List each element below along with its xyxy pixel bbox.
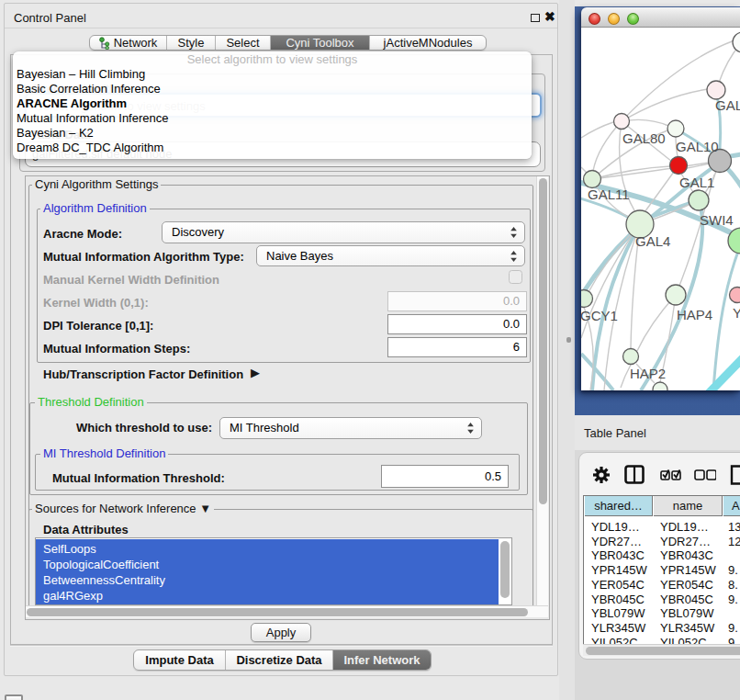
- graph-node[interactable]: [667, 120, 684, 137]
- graph-edge: [622, 89, 708, 121]
- table-header-1[interactable]: shared…: [585, 496, 653, 516]
- vertical-scrollbar-thumb[interactable]: [539, 178, 547, 504]
- split-pane-handle[interactable]: [566, 337, 571, 343]
- mi-steps-field[interactable]: 6: [387, 337, 527, 357]
- float-panel-icon[interactable]: [531, 14, 540, 22]
- mi-threshold-field[interactable]: 0.5: [381, 465, 509, 488]
- which-threshold-combo-value: MI Threshold: [230, 418, 299, 438]
- table-row[interactable]: YDL19…YDL19…13: [584, 520, 740, 535]
- table-cell: YPR145W: [591, 563, 647, 578]
- graph-node-label: SWI4: [700, 212, 734, 228]
- tab-label: Impute Data: [145, 653, 213, 667]
- list-scrollbar-thumb[interactable]: [500, 541, 510, 598]
- vertical-scrollbar[interactable]: [536, 176, 548, 605]
- combo-arrows-icon: [510, 226, 518, 239]
- minimize-window-icon[interactable]: [608, 13, 620, 25]
- graph-node[interactable]: [614, 114, 630, 130]
- table-cell: YBR045C: [591, 593, 645, 607]
- tab-jactivemnodules[interactable]: jActiveMNodules: [370, 36, 486, 50]
- network-window-titlebar[interactable]: [581, 7, 740, 28]
- graph-node[interactable]: [623, 349, 639, 365]
- table-row[interactable]: YBR043CYBR043C: [584, 548, 740, 563]
- hub-expand-icon[interactable]: ▶: [251, 366, 260, 379]
- tab-label: Network: [114, 36, 158, 50]
- tab-style[interactable]: Style: [167, 36, 216, 50]
- network-icon: [99, 37, 110, 50]
- mi-algorithm-type-combo[interactable]: Naive Bayes: [256, 245, 525, 266]
- kernel-width-field[interactable]: 0.0: [387, 291, 527, 311]
- minimized-panel-icon[interactable]: [5, 694, 23, 700]
- kernel-width-label: Kernel Width (0,1):: [43, 296, 149, 310]
- graph-node[interactable]: [730, 288, 740, 303]
- tab-impute-data[interactable]: Impute Data: [134, 650, 226, 670]
- tab-cyni-toolbox[interactable]: Cyni Toolbox: [271, 36, 370, 50]
- cyni-algorithm-settings-title: Cyni Algorithm Settings: [32, 178, 161, 191]
- graph-node[interactable]: [670, 157, 688, 175]
- apply-button[interactable]: Apply: [251, 623, 311, 642]
- file-icon[interactable]: [730, 464, 740, 486]
- close-panel-icon[interactable]: ✖: [544, 9, 555, 24]
- graph-node[interactable]: [707, 81, 725, 99]
- graph-node[interactable]: [581, 290, 593, 308]
- table-horizontal-scrollbar-thumb[interactable]: [586, 647, 740, 655]
- control-panel-title: Control Panel: [14, 11, 86, 25]
- table-cell: YLR345W: [591, 621, 645, 636]
- tab-label: jActiveMNodules: [384, 36, 473, 50]
- aracne-mode-combo[interactable]: Discovery: [162, 221, 525, 243]
- graph-node-label: Y: [733, 305, 740, 321]
- popup-item[interactable]: Bayesian – Hill Climbing: [13, 67, 532, 82]
- popup-item[interactable]: Dream8 DC_TDC Algorithm: [13, 141, 532, 155]
- table-cell: YLR345W: [660, 621, 714, 636]
- tab-panel-bottom-edge: [10, 645, 553, 647]
- table-row[interactable]: YER054CYER054C8.: [584, 578, 740, 593]
- table-horizontal-scrollbar[interactable]: [583, 644, 740, 656]
- checked-checkboxes-icon[interactable]: [660, 469, 682, 480]
- table-header-3[interactable]: A: [723, 496, 740, 516]
- horizontal-scrollbar-thumb[interactable]: [27, 608, 528, 616]
- popup-item[interactable]: ARACNE Algorithm: [13, 96, 532, 111]
- table-row[interactable]: YBL079WYBL079W: [584, 606, 740, 621]
- popup-item[interactable]: Bayesian – K2: [13, 126, 532, 141]
- graph-node[interactable]: [733, 32, 740, 52]
- gear-icon[interactable]: [592, 466, 611, 484]
- dpi-tolerance-field[interactable]: 0.0: [387, 314, 527, 334]
- graph-node[interactable]: [584, 171, 601, 188]
- tab-select[interactable]: Select: [216, 36, 271, 50]
- tab-discretize-data[interactable]: Discretize Data: [226, 650, 333, 670]
- table-row[interactable]: YBR045CYBR045C9.: [584, 593, 740, 607]
- attribute-item[interactable]: gal4RGexp: [43, 588, 103, 604]
- attribute-item[interactable]: BetweennessCentrality: [43, 572, 165, 588]
- table-cell: YBR043C: [591, 548, 645, 563]
- close-window-icon[interactable]: [589, 13, 600, 25]
- graph-node[interactable]: [689, 190, 709, 210]
- attribute-item[interactable]: SelfLoops: [43, 541, 96, 557]
- split-columns-icon[interactable]: [624, 465, 645, 484]
- table-cell: YBL079W: [660, 606, 714, 621]
- network-graph: GAL2GAL80GAL10GAL1GAL11SWI4GAL4GCY1HAP4Y…: [581, 28, 740, 390]
- table-cell: YDR27…: [591, 535, 642, 549]
- table-row[interactable]: YDR27…YDR27…12: [584, 535, 740, 549]
- attribute-item[interactable]: TopologicalCoefficient: [43, 557, 159, 572]
- tab-network[interactable]: Network: [90, 36, 167, 50]
- mi-threshold-definition-title: MI Threshold Definition: [40, 447, 168, 460]
- application-window: Control Panel ✖ NetworkStyleSelectCyni T…: [0, 0, 740, 700]
- tab-label: Select: [226, 36, 259, 50]
- table-cell: 9.: [728, 563, 738, 578]
- table-header-2[interactable]: name: [654, 496, 723, 516]
- graph-node[interactable]: [666, 285, 686, 305]
- unchecked-checkboxes-icon[interactable]: [694, 469, 716, 480]
- table-row[interactable]: YPR145WYPR145W9.: [584, 563, 740, 578]
- horizontal-scrollbar[interactable]: [26, 605, 548, 617]
- network-canvas[interactable]: GAL2GAL80GAL10GAL1GAL11SWI4GAL4GCY1HAP4Y…: [581, 28, 740, 390]
- popup-item[interactable]: Basic Correlation Inference: [13, 82, 532, 96]
- zoom-window-icon[interactable]: [627, 13, 639, 25]
- manual-kernel-width-checkbox[interactable]: [509, 270, 522, 284]
- graph-node[interactable]: [653, 382, 667, 390]
- which-threshold-combo[interactable]: MI Threshold: [219, 417, 482, 439]
- split-pane-divider[interactable]: [559, 0, 575, 700]
- tab-infer-network[interactable]: Infer Network: [333, 650, 431, 670]
- popup-item[interactable]: Mutual Information Inference: [13, 111, 532, 126]
- table-row[interactable]: YLR345WYLR345W9.: [584, 621, 740, 636]
- manual-kernel-width-label: Manual Kernel Width Definition: [43, 273, 219, 287]
- sources-collapse-icon[interactable]: ▼: [199, 502, 211, 515]
